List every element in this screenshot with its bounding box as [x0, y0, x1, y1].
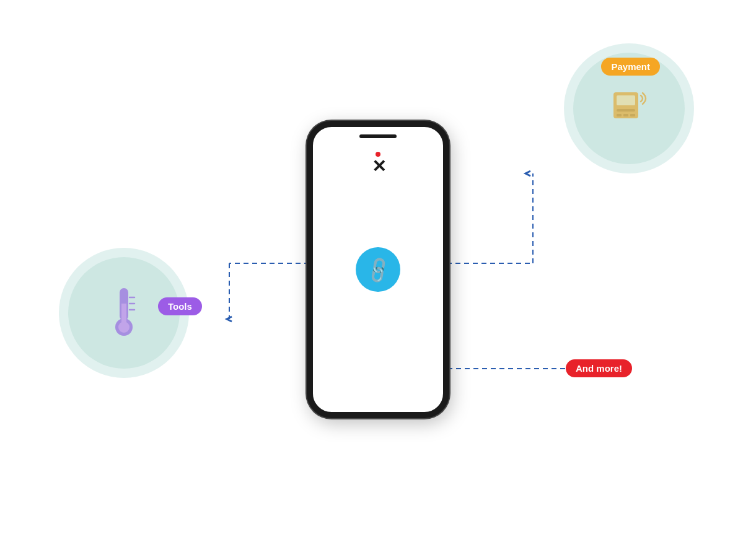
payment-terminal-icon [607, 83, 651, 134]
scene: ✕ 🔗 Payment [37, 15, 719, 524]
logo-x: ✕ [372, 158, 385, 175]
thermometer-icon [102, 285, 146, 341]
chain-link-icon: 🔗 [363, 254, 393, 285]
payment-badge: Payment [601, 58, 660, 76]
svg-point-13 [115, 318, 133, 336]
svg-rect-14 [121, 304, 126, 322]
svg-rect-10 [623, 114, 628, 116]
logo-dot [376, 152, 380, 157]
svg-rect-12 [120, 288, 128, 320]
payment-terminal-svg [607, 83, 651, 126]
phone-notch [359, 134, 397, 138]
svg-rect-11 [630, 114, 635, 116]
and-more-badge: And more! [566, 359, 632, 377]
tools-badge: Tools [158, 297, 202, 315]
svg-point-15 [118, 322, 130, 333]
svg-rect-8 [617, 109, 635, 112]
phone-mockup: ✕ 🔗 [307, 121, 449, 418]
svg-rect-6 [613, 92, 638, 118]
app-logo: ✕ [372, 152, 385, 175]
chain-link-button[interactable]: 🔗 [356, 247, 400, 292]
svg-rect-9 [617, 114, 622, 116]
svg-rect-7 [617, 95, 635, 105]
